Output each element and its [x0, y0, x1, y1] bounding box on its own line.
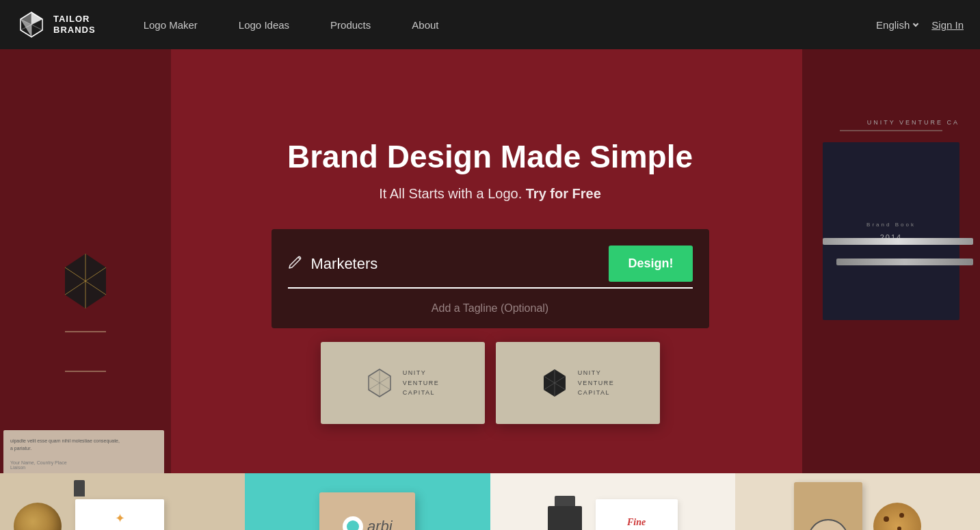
tagline-label: Add a Tagline (Optional): [432, 302, 548, 314]
gallery-item-4: Amy'sCookies: [735, 473, 980, 530]
tagline-row: Add a Tagline (Optional): [288, 302, 693, 328]
biz-card-2: UNITYVENTURECAPITAL: [496, 342, 660, 424]
stamp-tool: [548, 496, 582, 531]
pencil-icon: [288, 254, 303, 274]
hero-title: Brand Design Made Simple: [287, 138, 693, 175]
choc-chip-3: [899, 513, 904, 518]
biz-card-2-text: UNITYVENTURECAPITAL: [578, 368, 615, 397]
mock-card-sub: Your Name, Country PlaceLiaison: [10, 460, 157, 470]
navbar: TAILOR BRANDS Logo Maker Logo Ideas Prod…: [0, 0, 980, 49]
decorative-line-2: [65, 371, 106, 372]
fine-dining-card: Fine FINE DIA: [596, 499, 678, 531]
gallery-item-3: Fine FINE DIA: [490, 473, 735, 530]
kraft-bag: Amy'sCookies: [794, 482, 862, 531]
arbi-circle: [343, 516, 363, 531]
gallery-strip: ✦ A.F.G Consulting Brad Mc Smith arbi: [0, 473, 980, 530]
book-title-label: Brand Book: [866, 222, 916, 228]
kraft-group: Amy'sCookies: [794, 482, 921, 531]
design-button[interactable]: Design!: [609, 246, 692, 282]
afg-card: ✦ A.F.G Consulting Brad Mc Smith: [75, 499, 164, 531]
biz-card-2-logo: [541, 368, 568, 398]
hero-section: uipadte velit esse quam nihil molestiae …: [0, 49, 980, 473]
pen-1: [823, 238, 973, 245]
brand-logo-icon: [16, 10, 47, 40]
chevron-down-icon: [913, 21, 918, 26]
right-panel-divider: [840, 130, 942, 131]
main-nav: Logo Maker Logo Ideas Products About: [123, 0, 876, 49]
pens-decoration: [802, 238, 980, 293]
hero-subtitle: It All Starts with a Logo. Try for Free: [379, 186, 601, 202]
stamp-group: Fine FINE DIA: [548, 496, 678, 531]
biz-card-1-logo: [366, 368, 393, 398]
mock-card-text: uipadte velit esse quam nihil molestiae …: [10, 437, 157, 452]
choc-chip-1: [884, 516, 889, 522]
left-panel-content: uipadte velit esse quam nihil molestiae …: [0, 98, 171, 473]
yarn-ball: [14, 503, 62, 531]
search-container: Design! Add a Tagline (Optional): [272, 229, 709, 328]
brand-logo[interactable]: TAILOR BRANDS: [16, 10, 96, 40]
right-panel-content: UNITY VENTURE CA Brand Book 2014: [802, 98, 980, 334]
nav-logo-ideas[interactable]: Logo Ideas: [218, 0, 310, 49]
navbar-right: English Sign In: [876, 19, 964, 31]
fine-script: Fine: [627, 517, 646, 528]
business-name-input[interactable]: [311, 255, 598, 273]
brand-book: Brand Book 2014: [823, 142, 959, 320]
search-row: Design!: [288, 246, 693, 289]
nav-logo-maker[interactable]: Logo Maker: [123, 0, 218, 49]
language-selector[interactable]: English: [876, 19, 918, 31]
unity-logo-solid: [541, 368, 568, 398]
binder-clip-icon: [74, 480, 85, 496]
svg-marker-1: [31, 12, 42, 25]
card-mockups: UNITYVENTURECAPITAL UNITYVENTURECAPITAL: [321, 342, 660, 424]
unity-logo-outline: [366, 368, 393, 398]
arbi-brand: arbi: [343, 516, 393, 531]
pen-2: [836, 259, 973, 265]
biz-card-1-text: UNITYVENTURECAPITAL: [403, 368, 440, 397]
sign-in-link[interactable]: Sign In: [931, 19, 964, 31]
afg-logo-icon: ✦: [115, 511, 125, 526]
left-mock-card: uipadte velit esse quam nihil molestiae …: [3, 430, 164, 473]
gallery-item-1: ✦ A.F.G Consulting Brad Mc Smith: [0, 473, 245, 530]
biz-card-1: UNITYVENTURECAPITAL: [321, 342, 485, 424]
arbi-inner-circle: [347, 520, 359, 531]
nav-products[interactable]: Products: [310, 0, 391, 49]
gallery-item-2: arbi: [245, 473, 490, 530]
left-shape-icon: [58, 250, 113, 312]
arbi-text: arbi: [367, 518, 393, 531]
cookie-image: [873, 503, 921, 531]
nav-about[interactable]: About: [391, 0, 459, 49]
right-panel-label: UNITY VENTURE CA: [816, 119, 966, 126]
decorative-line-1: [65, 331, 106, 332]
kraft-stamp: Amy'sCookies: [808, 519, 849, 531]
brand-name: TAILOR BRANDS: [53, 14, 96, 35]
choc-chip-2: [897, 527, 901, 531]
